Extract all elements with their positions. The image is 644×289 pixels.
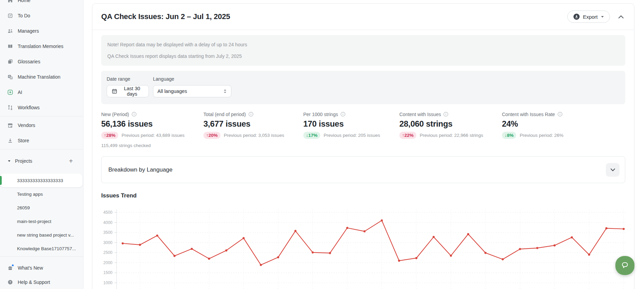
sidebar-secondary-nav: Vendors Store: [0, 117, 83, 148]
breakdown-by-language-panel: Breakdown by Language: [101, 156, 625, 183]
previous-period: Previous period: 22,966 strings: [420, 133, 483, 138]
sidebar-item-workflows[interactable]: Workflows: [0, 100, 83, 115]
storefront-icon: [7, 123, 13, 128]
stat-total: Total (end of period) 3,677 issues ↑20%P…: [203, 111, 303, 139]
divider: [0, 149, 83, 149]
stat-value: 56,136 issues: [101, 119, 203, 129]
sidebar-item-label: Workflows: [18, 105, 40, 110]
stat-value: 28,060 strings: [399, 119, 502, 129]
machine-translation-icon: Ga: [7, 74, 13, 80]
help-question-icon: ?: [7, 279, 13, 285]
collapse-report-button[interactable]: [617, 14, 625, 20]
sidebar-item-home[interactable]: Home: [0, 0, 83, 8]
sidebar-item-help-support[interactable]: ? Help & Support: [0, 275, 83, 289]
glossary-books-icon: [7, 59, 13, 64]
projects-section-label: Projects: [15, 158, 32, 164]
filters-panel: Date range Last 30 days Language All lan…: [101, 71, 625, 104]
projects-list: 333333333333333333 Testing apps 26059 ma…: [0, 174, 83, 255]
svg-text:3000: 3000: [103, 240, 112, 245]
note-line-1: Note! Report data may be displayed with …: [107, 42, 619, 48]
note-line-2: QA Check Issues report displays data sta…: [107, 53, 619, 59]
export-button[interactable]: Export: [567, 11, 610, 23]
svg-text:2500: 2500: [103, 250, 112, 255]
sidebar-item-ai[interactable]: AI: [0, 84, 83, 100]
info-icon[interactable]: [132, 112, 137, 117]
info-icon[interactable]: [248, 112, 254, 117]
app-root: Home To Do Managers Translation Memories…: [0, 0, 644, 289]
stat-label: Total (end of period): [203, 112, 246, 117]
project-label: main-test-project: [17, 219, 51, 224]
chat-widget-button[interactable]: [615, 256, 634, 275]
sidebar-item-label: Vendors: [18, 123, 35, 128]
projects-section-header[interactable]: Projects +: [0, 150, 83, 167]
sidebar-item-label: To Do: [18, 13, 30, 18]
delta-badge: ↓8%: [502, 132, 516, 139]
date-range-label: Date range: [107, 76, 149, 82]
date-range-button[interactable]: Last 30 days: [107, 85, 149, 97]
divider: [0, 116, 83, 116]
project-item[interactable]: Testing apps: [0, 187, 83, 201]
whats-new-gift-icon: [7, 265, 13, 271]
project-item[interactable]: 26059: [0, 201, 83, 214]
info-icon[interactable]: [340, 112, 346, 117]
sidebar: Home To Do Managers Translation Memories…: [0, 0, 83, 289]
sidebar-item-translation-memories[interactable]: Translation Memories: [0, 38, 83, 54]
ai-sparkle-icon: [7, 90, 13, 95]
sidebar-item-label: What's New: [18, 265, 43, 271]
sidebar-item-whats-new[interactable]: What's New: [0, 261, 83, 275]
stat-label: Content with Issues Rate: [502, 112, 555, 117]
todo-calendar-icon: [7, 13, 13, 18]
page-title: QA Check Issues: Jun 2 – Jul 1, 2025: [101, 12, 230, 21]
language-value: All languages: [157, 89, 187, 94]
sidebar-item-todo[interactable]: To Do: [0, 8, 83, 23]
project-label: Knowledge Base17107757...: [17, 246, 76, 251]
export-label: Export: [583, 14, 598, 20]
sidebar-item-store[interactable]: Store: [0, 133, 83, 148]
date-range-value: Last 30 days: [120, 86, 144, 97]
add-project-button[interactable]: +: [69, 158, 73, 164]
info-icon[interactable]: [557, 112, 563, 117]
date-range-filter: Date range Last 30 days: [107, 76, 149, 97]
language-label: Language: [153, 76, 231, 82]
project-item[interactable]: new string based project v...: [0, 228, 83, 242]
active-project-indicator: [0, 176, 2, 185]
sidebar-item-glossaries[interactable]: Glossaries: [0, 54, 83, 69]
workflows-icon: [7, 105, 13, 110]
stat-new-period: New (Period) 56,136 issues ↑28%Previous …: [101, 111, 203, 139]
download-circle-icon: [573, 13, 580, 20]
stat-content-with-issues: Content with Issues 28,060 strings ↑22%P…: [399, 111, 502, 139]
issues-trend-chart: 45004000350030002500200015001000500: [101, 201, 625, 289]
project-item[interactable]: Knowledge Base17107757...: [0, 242, 83, 255]
sidebar-item-label: Home: [18, 0, 30, 3]
previous-period: Previous period: 43,689 issues: [122, 133, 185, 138]
delta-badge: ↓17%: [303, 132, 320, 139]
sidebar-main-nav: Home To Do Managers Translation Memories…: [0, 0, 83, 115]
project-label: 26059: [17, 205, 30, 210]
header-actions: Export: [567, 11, 625, 23]
language-select[interactable]: All languages: [153, 85, 231, 97]
sidebar-item-label: Managers: [18, 28, 39, 34]
report-card: QA Check Issues: Jun 2 – Jul 1, 2025 Exp…: [92, 3, 634, 289]
project-label: new string based project v...: [17, 232, 74, 238]
project-item-selected[interactable]: 333333333333333333: [0, 174, 82, 187]
sidebar-item-label: Help & Support: [18, 279, 50, 285]
delta-badge: ↑28%: [101, 132, 118, 139]
sidebar-item-machine-translation[interactable]: Ga Machine Translation: [0, 69, 83, 84]
caret-down-icon: [601, 16, 604, 18]
project-item[interactable]: main-test-project: [0, 214, 83, 228]
stat-value: 170 issues: [303, 119, 399, 129]
info-icon[interactable]: [443, 112, 448, 117]
svg-text:?: ?: [9, 280, 11, 284]
sidebar-item-managers[interactable]: Managers: [0, 23, 83, 38]
stat-value: 3,677 issues: [203, 119, 303, 129]
sidebar-item-label: Machine Translation: [18, 74, 60, 80]
previous-period: Previous period: 26%: [520, 133, 563, 138]
stat-per-1000: Per 1000 strings 170 issues ↓17%Previous…: [303, 111, 399, 139]
previous-period: Previous period: 3,053 issues: [224, 133, 284, 138]
line-chart-svg: 45004000350030002500200015001000500: [101, 201, 626, 289]
sidebar-item-label: Glossaries: [18, 59, 40, 64]
stat-label: Per 1000 strings: [303, 112, 338, 117]
sidebar-item-vendors[interactable]: Vendors: [0, 117, 83, 133]
expand-breakdown-button[interactable]: [606, 163, 619, 177]
download-store-icon: [7, 138, 13, 143]
